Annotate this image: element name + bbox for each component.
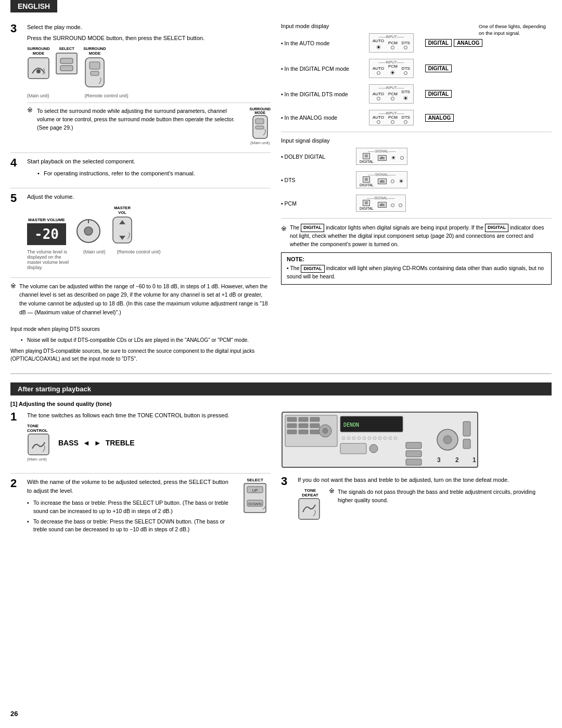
svg-rect-63 [299, 499, 320, 519]
digital-badge-pcm: DIGITAL [425, 65, 452, 72]
bass-treble-indicator: BASS ◄ ► TREBLE [58, 439, 135, 447]
digital-inline-badge-3: DIGITAL [301, 265, 324, 273]
step-3-diagrams: SURROUNDMODE SELECT [27, 46, 271, 89]
step2-desc: With the name of the volume to be adjust… [27, 478, 234, 495]
svg-point-1 [36, 69, 41, 73]
surround-mode-button-icon [27, 57, 50, 80]
analog-led-pcm: PCM [388, 115, 398, 124]
pcm-digital-icon-box: ⊟ DIGITAL [360, 200, 374, 210]
digital-pcm-label: • In the DIGITAL PCM mode [281, 66, 362, 72]
note-box-text: • The DIGITAL indicator will light when … [287, 264, 546, 281]
tone-defeat-row: TONE DEFEAT ※ The signals do not pass th… [298, 488, 552, 521]
tone-step-3-desc: If you do not want the bass and treble t… [298, 476, 552, 484]
analog-mode-item: • In the ANALOG mode ——INPUT—— AUTO PCM [281, 109, 552, 126]
after-playback-section: After starting playback [1] Adjusting th… [0, 382, 562, 542]
svg-rect-53 [406, 442, 422, 449]
svg-rect-29 [310, 417, 320, 422]
dts-pcm-led [391, 97, 394, 100]
svg-text:DENON: DENON [343, 422, 359, 428]
dolby-signal-diag: ——SIGNAL—— ⊟ DIGITAL dts ☀ [356, 148, 407, 165]
vol-caption: The volume level is displayed on the mas… [27, 249, 74, 270]
pcm-signal-label: • PCM [281, 200, 349, 207]
pcm-signal-diag: ——SIGNAL—— ⊟ DIGITAL dts [356, 195, 406, 212]
tone-step-2: 2 With the name of the volume to be adju… [10, 478, 271, 534]
remote-vol-box: MASTERVOL [111, 206, 134, 245]
svg-point-42 [352, 437, 355, 440]
svg-rect-19 [28, 434, 49, 455]
note-symbol: ※ [27, 106, 33, 114]
page-number: 26 [10, 710, 18, 718]
vol-knob-box [75, 218, 101, 245]
dts-led-dts: DTS ☀ [402, 90, 410, 102]
dolby-digital-icon-box: ⊟ DIGITAL [360, 153, 374, 163]
note-box-title: NOTE: [287, 256, 546, 262]
step5-main-label: (Main unit) [83, 249, 106, 270]
remote-surround-diagram: SURROUNDMODE [83, 46, 106, 89]
dts-led-pcm: PCM [388, 92, 398, 100]
svg-point-46 [373, 437, 376, 440]
tone-step-3-content: If you do not want the bass and treble t… [298, 476, 552, 522]
analog-mode-led: ——INPUT—— AUTO PCM DTS [369, 110, 414, 125]
dts-badges: DIGITAL [425, 90, 452, 98]
pcm-dts-icon-box: dts [378, 202, 387, 208]
svg-rect-32 [310, 424, 320, 428]
digital-badge-auto: DIGITAL [425, 39, 452, 47]
pcm-badges: DIGITAL [425, 65, 452, 72]
step5-remote-label: (Remote control unit) [117, 249, 161, 270]
step2-select-btn: SELECT UP DOWN [239, 478, 271, 534]
right-arrow-icon: ► [94, 439, 101, 447]
pcm-led-auto: AUTO [373, 66, 384, 75]
main-unit-label-1: (Main unit) [27, 93, 49, 98]
tone-step-3-num: 3 [281, 476, 292, 522]
auto-mode-item: • In the AUTO mode ——INPUT—— AUTO ☀ PCM [281, 32, 479, 54]
bass-label: BASS [58, 439, 79, 447]
dts-circle-icon [391, 180, 394, 184]
main-content: 3 Select the play mode. Press the SURROU… [0, 23, 562, 366]
auto-dts-led [404, 46, 407, 49]
pcm-sig-items: ⊟ DIGITAL dts [360, 200, 402, 210]
step-5-diagrams: MASTER VOLUME -20 [27, 206, 271, 245]
dts-bullet-1: Noise will be output if DTS-compatible C… [21, 336, 271, 344]
step2-text: With the name of the volume to be adjust… [27, 478, 234, 534]
step-5-title: Adjust the volume. [27, 193, 271, 201]
input-signal-display-label: Input signal display [281, 137, 552, 144]
analog-pcm-led [391, 120, 394, 124]
ast-symbol-2: ※ [281, 224, 287, 248]
auto-badges: DIGITAL ANALOG [425, 39, 483, 47]
input-mode-title: Input mode display [281, 23, 329, 29]
svg-text:3: 3 [437, 456, 441, 464]
auto-pcm-led [391, 46, 394, 49]
digital-dts-label: • In the DIGITAL DTS mode [281, 91, 362, 97]
tone-step-2-content: With the name of the volume to be adjust… [27, 478, 271, 534]
step2-bullet-1: • To increase the bass or treble: Press … [27, 499, 234, 516]
left-column: 3 Select the play mode. Press the SURROU… [10, 23, 271, 366]
after-playback-header: After starting playback [10, 382, 552, 395]
digital-inline-badge-2: DIGITAL [485, 224, 508, 232]
dts-auto-led [377, 97, 380, 100]
svg-rect-12 [256, 126, 264, 129]
digital-inline-badge-1: DIGITAL [301, 224, 324, 232]
pcm-c1 [391, 203, 394, 207]
svg-rect-27 [287, 417, 297, 422]
pcm-auto-led [377, 71, 380, 75]
pcm-led-items: AUTO PCM ☀ DTS [373, 64, 410, 76]
tone-defeat-note-text: The signals do not pass through the bass… [338, 488, 552, 505]
svg-text:UP: UP [252, 488, 258, 493]
dts-led-auto: AUTO [373, 92, 384, 100]
page: ENGLISH 3 Select the play mode. Press th… [0, 0, 562, 728]
remote-vol-icon [111, 216, 134, 244]
vol-note-text: The volume can be adjusted within the ra… [19, 282, 271, 317]
tone-controls: TONECONTROL (Main unit) BASS ◄ [27, 424, 271, 462]
remote-unit-label-1: (Remote control unit) [85, 93, 129, 98]
step-3-title: Select the play mode. [27, 23, 271, 32]
svg-rect-6 [60, 66, 73, 71]
svg-rect-54 [406, 451, 422, 457]
language-header: ENGLISH [10, 0, 57, 12]
dolby-dts-icon-box: dts [378, 155, 387, 161]
analog-badge: ANALOG [425, 114, 454, 122]
svg-rect-11 [256, 119, 264, 124]
svg-rect-31 [299, 424, 308, 428]
dts-sources-label: Input mode when playing DTS sources [10, 325, 271, 333]
tone-step-1-content: The tone switches as follows each time t… [27, 411, 271, 466]
bottom-right: DENON [281, 411, 552, 542]
